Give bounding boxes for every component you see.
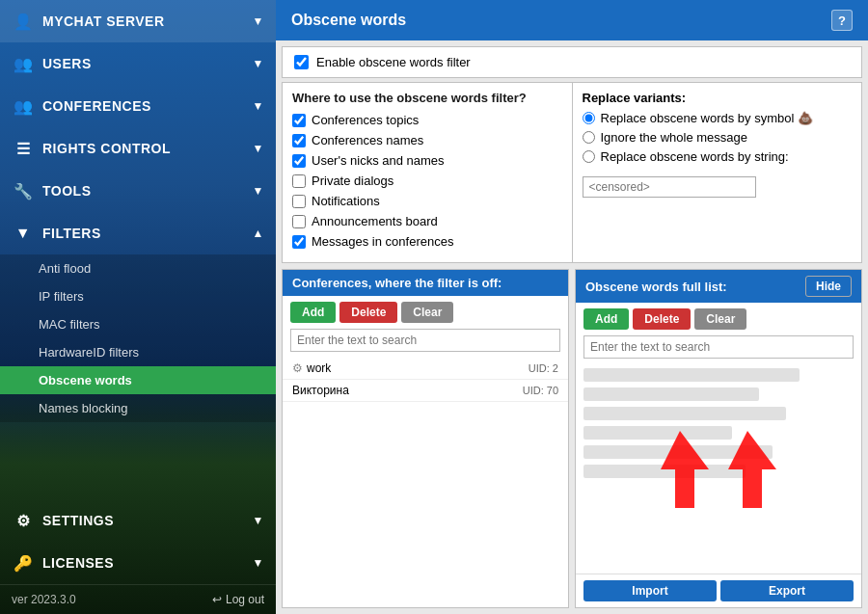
- sidebar-item-hardwareid-filters[interactable]: HardwareID filters: [0, 338, 276, 366]
- main-content: Obscene words ? Enable obscene words fil…: [276, 0, 868, 614]
- checkbox-messages-label: Messages in conferences: [312, 234, 453, 249]
- settings-icon: ⚙: [12, 509, 35, 532]
- list-item[interactable]: ⚙work UID: 2: [283, 358, 568, 380]
- conf-delete-button[interactable]: Delete: [339, 302, 397, 323]
- sidebar-item-users[interactable]: 👥 USERS ▼: [0, 42, 276, 85]
- replace-label: Replace variants:: [583, 91, 853, 105]
- conf-filter-panel: Conferences, where the filter is off: Ad…: [282, 269, 569, 608]
- svg-marker-1: [728, 431, 776, 508]
- radio-replace-string-input[interactable]: [583, 150, 595, 163]
- sidebar-item-ip-filters[interactable]: IP filters: [0, 282, 276, 310]
- sidebar-item-mychat-server[interactable]: 👤 MYCHAT SERVER ▼: [0, 0, 276, 42]
- radio-replace-symbol-label: Replace obscene words by symbol 💩: [601, 111, 814, 125]
- chevron-down-icon: ▼: [253, 14, 264, 28]
- checkbox-private-dialogs-label: Private dialogs: [312, 174, 393, 188]
- checkbox-private-dialogs-input[interactable]: [292, 174, 306, 188]
- conf-filter-btn-row: Add Delete Clear: [283, 296, 568, 329]
- checkbox-conf-names-label: Conferences names: [312, 133, 423, 147]
- sidebar-item-label: RIGHTS CONTROL: [42, 141, 171, 156]
- sidebar-item-label: CONFERENCES: [42, 98, 151, 114]
- obscene-words-btn-row: Add Delete Clear: [576, 303, 861, 335]
- radio-replace-symbol: Replace obscene words by symbol 💩: [583, 111, 853, 125]
- filters-icon: ▼: [12, 222, 35, 245]
- enable-section: Enable obscene words filter: [282, 46, 862, 78]
- sidebar-item-licenses[interactable]: 🔑 LICENSES ▼: [0, 542, 276, 584]
- conf-add-button[interactable]: Add: [290, 302, 336, 323]
- checkbox-notifications-label: Notifications: [312, 194, 380, 208]
- checkbox-conf-topics-input[interactable]: [292, 114, 306, 127]
- conferences-icon: 👥: [12, 94, 35, 118]
- conf-clear-button[interactable]: Clear: [401, 302, 453, 323]
- version-label: ver 2023.3.0: [12, 593, 76, 606]
- sidebar-item-anti-flood[interactable]: Anti flood: [0, 254, 276, 282]
- sidebar-item-tools[interactable]: 🔧 TOOLS ▼: [0, 170, 276, 212]
- sidebar-item-label: FILTERS: [42, 226, 101, 241]
- radio-replace-string-label: Replace obscene words by string:: [601, 149, 789, 164]
- checkbox-private-dialogs: Private dialogs: [292, 174, 562, 188]
- sidebar-item-label: MYCHAT SERVER: [42, 13, 165, 29]
- enable-checkbox[interactable]: [294, 55, 309, 69]
- checkbox-announcements-input[interactable]: [292, 215, 306, 228]
- import-button[interactable]: Import: [583, 580, 717, 601]
- chevron-down-icon: ▼: [253, 99, 264, 113]
- logout-button[interactable]: ↩ Log out: [212, 593, 264, 606]
- words-add-button[interactable]: Add: [583, 308, 629, 330]
- sidebar-item-conferences[interactable]: 👥 CONFERENCES ▼: [0, 85, 276, 127]
- words-delete-button[interactable]: Delete: [633, 308, 691, 330]
- checkbox-conf-names: Conferences names: [292, 133, 562, 147]
- help-button[interactable]: ?: [831, 10, 853, 31]
- uid-label: UID: 70: [523, 385, 558, 396]
- server-icon: 👤: [12, 10, 35, 33]
- enable-label: Enable obscene words filter: [316, 55, 471, 69]
- sidebar-item-label: TOOLS: [42, 183, 91, 199]
- sidebar-item-rights-control[interactable]: ☰ RIGHTS CONTROL ▼: [0, 127, 276, 170]
- conf-search-input[interactable]: [290, 329, 560, 352]
- logout-label: Log out: [226, 593, 264, 606]
- conf-filter-title: Conferences, where the filter is off:: [292, 276, 502, 290]
- users-icon: 👥: [12, 52, 35, 75]
- sidebar-item-label: USERS: [42, 56, 92, 71]
- censored-overlay: [576, 364, 861, 574]
- checkbox-conf-names-input[interactable]: [292, 134, 306, 147]
- uid-label: UID: 2: [529, 362, 558, 374]
- sidebar-item-mac-filters[interactable]: MAC filters: [0, 310, 276, 338]
- checkbox-announcements: Announcements board: [292, 214, 562, 228]
- list-item[interactable]: Викторина UID: 70: [283, 380, 568, 402]
- radio-ignore-message: Ignore the whole message: [583, 130, 853, 145]
- sidebar-item-label: SETTINGS: [42, 513, 114, 528]
- sidebar-item-filters[interactable]: ▼ FILTERS ▲: [0, 212, 276, 254]
- licenses-icon: 🔑: [12, 551, 35, 574]
- sidebar-footer: ver 2023.3.0 ↩ Log out: [0, 584, 276, 614]
- radio-replace-symbol-input[interactable]: [583, 112, 595, 124]
- hide-button[interactable]: Hide: [805, 276, 852, 297]
- checkbox-user-nicks-input[interactable]: [292, 154, 306, 168]
- sidebar-item-obscene-words[interactable]: Obscene words: [0, 366, 276, 394]
- words-clear-button[interactable]: Clear: [694, 308, 746, 330]
- checkbox-announcements-label: Announcements board: [312, 214, 438, 228]
- svg-marker-0: [661, 431, 709, 508]
- chevron-down-icon: ▼: [253, 142, 264, 155]
- checkbox-user-nicks: User's nicks and names: [292, 153, 562, 168]
- sidebar-item-names-blocking[interactable]: Names blocking: [0, 394, 276, 422]
- what-panel: Replace variants: Replace obscene words …: [573, 82, 863, 263]
- gear-icon: ⚙: [292, 361, 303, 375]
- radio-ignore-message-input[interactable]: [583, 131, 595, 144]
- words-search-input[interactable]: [583, 335, 854, 359]
- chevron-up-icon: ▲: [253, 227, 264, 240]
- sidebar: 👤 MYCHAT SERVER ▼ 👥 USERS ▼ 👥 CONFERENCE…: [0, 0, 276, 614]
- enable-row: Enable obscene words filter: [294, 55, 850, 69]
- radio-replace-string: Replace obscene words by string:: [583, 149, 853, 164]
- obscene-words-title: Obscene words full list:: [585, 280, 727, 294]
- obscene-words-panel: Obscene words full list: Hide Add Delete…: [575, 269, 862, 608]
- chevron-down-icon: ▼: [253, 184, 264, 198]
- checkbox-messages-input[interactable]: [292, 235, 306, 249]
- export-button[interactable]: Export: [720, 580, 854, 601]
- checkbox-notifications-input[interactable]: [292, 195, 306, 208]
- bottom-panels: Conferences, where the filter is off: Ad…: [282, 269, 862, 608]
- checkbox-messages: Messages in conferences: [292, 234, 562, 249]
- chevron-down-icon: ▼: [253, 57, 264, 70]
- import-export-row: Import Export: [576, 574, 861, 607]
- censored-string-input[interactable]: [583, 176, 756, 198]
- rights-icon: ☰: [12, 137, 35, 160]
- sidebar-item-settings[interactable]: ⚙ SETTINGS ▼: [0, 499, 276, 542]
